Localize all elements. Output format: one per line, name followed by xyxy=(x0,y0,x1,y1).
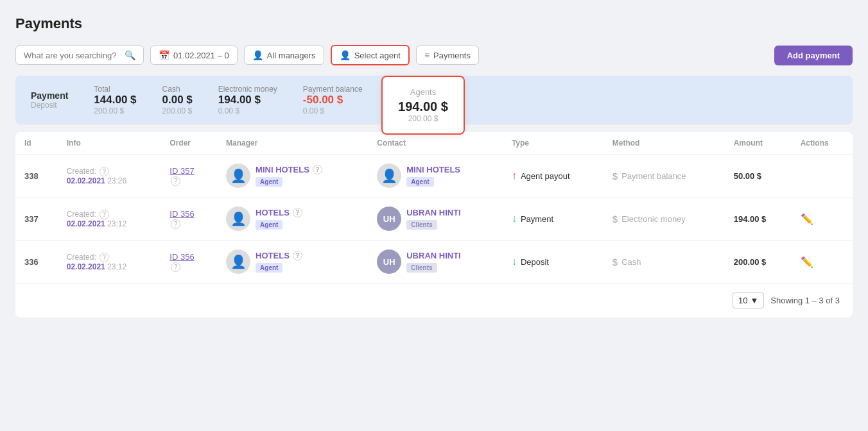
date-filter-label: 01.02.2021 – 0 xyxy=(173,51,229,60)
pagination: 10 ▼ Showing 1 – 3 of 3 xyxy=(15,283,853,317)
type-label: Payment xyxy=(521,214,553,224)
agent-filter-label: Select agent xyxy=(354,51,401,60)
cell-id: 337 xyxy=(15,198,58,241)
manager-badge: Agent xyxy=(256,177,282,187)
summary-balance-label: Payment balance xyxy=(303,85,363,94)
contact-badge: Agent xyxy=(406,177,433,187)
edit-icon[interactable]: ✏️ xyxy=(801,214,813,224)
cell-type: ↓ Payment xyxy=(503,198,603,241)
cell-method: $ Payment balance xyxy=(603,155,725,198)
method-label: Payment balance xyxy=(621,171,686,181)
summary-balance-value: -50.00 $ xyxy=(303,94,363,106)
order-link[interactable]: ID 357 xyxy=(169,166,208,176)
manager-question-icon[interactable]: ? xyxy=(293,208,302,217)
info-question-icon[interactable]: ? xyxy=(100,210,109,219)
dollar-icon: $ xyxy=(612,214,618,224)
summary-total-label: Total xyxy=(94,85,136,94)
search-box[interactable]: 🔍 xyxy=(15,46,144,65)
summary-cash-label: Cash xyxy=(162,85,193,94)
avatar: UH xyxy=(377,249,401,274)
dollar-icon: $ xyxy=(612,171,618,182)
contact-name: UBRAN HINTI xyxy=(406,208,461,217)
manager-name: MINI HOTELS ? xyxy=(256,165,322,174)
cell-method: $ Electronic money xyxy=(603,198,725,241)
contact-badge: Clients xyxy=(406,263,437,273)
add-payment-button[interactable]: Add payment xyxy=(774,46,853,65)
pagination-info: Showing 1 – 3 of 3 xyxy=(770,296,840,305)
type-label: Deposit xyxy=(521,257,549,267)
cell-amount: 50.00 $ xyxy=(725,155,792,198)
list-icon: ≡ xyxy=(424,50,430,60)
order-question-icon[interactable]: ? xyxy=(171,262,180,272)
cell-actions: ✏️ xyxy=(792,198,853,241)
manager-name: HOTELS ? xyxy=(256,208,302,217)
col-amount: Amount xyxy=(725,132,792,155)
summary-bar: Payment Deposit Total 144.00 $ 200.00 $ … xyxy=(15,76,853,124)
cell-contact: 👤 MINI HOTELS Agent xyxy=(368,155,503,198)
agents-dropdown-value: 194.00 $ xyxy=(398,99,448,114)
cell-info: Created: ? 02.02.2021 23:12 xyxy=(58,241,161,283)
per-page-value: 10 xyxy=(738,296,747,305)
search-input[interactable] xyxy=(24,51,122,60)
per-page-select[interactable]: 10 ▼ xyxy=(733,292,764,308)
manager-question-icon[interactable]: ? xyxy=(313,165,322,174)
search-icon: 🔍 xyxy=(125,50,135,60)
info-question-icon[interactable]: ? xyxy=(100,167,109,176)
date-filter-button[interactable]: 📅 01.02.2021 – 0 xyxy=(150,46,238,65)
cell-actions: ✏️ xyxy=(792,241,853,283)
table-row: 337 Created: ? 02.02.2021 23:12 ID 356 ?… xyxy=(15,198,853,241)
arrow-down-icon: ↓ xyxy=(512,213,517,224)
managers-filter-label: All managers xyxy=(267,51,316,60)
cell-manager: 👤 MINI HOTELS ? Agent xyxy=(217,155,368,198)
avatar: UH xyxy=(377,207,401,231)
cell-info: Created: ? 02.02.2021 23:12 xyxy=(58,198,161,241)
cell-info: Created: ? 02.02.2021 23:26 xyxy=(58,155,161,198)
payments-table-container: Id Info Order Manager Contact Type Metho… xyxy=(15,132,853,317)
cell-contact: UH UBRAN HINTI Clients xyxy=(368,198,503,241)
manager-badge: Agent xyxy=(256,220,282,230)
calendar-icon: 📅 xyxy=(159,50,169,60)
manager-badge: Agent xyxy=(256,263,282,273)
managers-filter-button[interactable]: 👤 All managers xyxy=(244,46,324,65)
summary-payment-label: Payment xyxy=(31,90,68,101)
per-page-chevron-icon: ▼ xyxy=(750,296,758,305)
type-label: Agent payout xyxy=(521,171,570,181)
manager-question-icon[interactable]: ? xyxy=(293,251,302,260)
cell-manager: 👤 HOTELS ? Agent xyxy=(217,241,368,283)
cell-type: ↑ Agent payout xyxy=(503,155,603,198)
agents-dropdown: Agents 194.00 $ 200.00 $ xyxy=(381,76,465,135)
summary-electronic: Electronic money 194.00 $ 0.00 $ xyxy=(218,85,277,115)
summary-payment: Payment Deposit xyxy=(31,90,68,110)
info-question-icon[interactable]: ? xyxy=(100,253,109,262)
summary-electronic-value: 194.00 $ xyxy=(218,94,277,106)
order-question-icon[interactable]: ? xyxy=(171,176,180,186)
summary-total-sub: 200.00 $ xyxy=(94,106,136,115)
manager-avatar: 👤 xyxy=(226,207,250,231)
summary-electronic-sub: 0.00 $ xyxy=(218,106,277,115)
manager-avatar: 👤 xyxy=(226,164,250,188)
order-link[interactable]: ID 356 xyxy=(169,209,208,219)
agents-dropdown-sub: 200.00 $ xyxy=(398,114,448,123)
cell-order: ID 356 ? xyxy=(161,198,217,241)
contact-badge: Clients xyxy=(406,220,437,230)
payments-filter-button[interactable]: ≡ Payments xyxy=(416,46,479,65)
cell-method: $ Cash xyxy=(603,241,725,283)
agent-filter-button[interactable]: 👤 Select agent xyxy=(331,45,410,65)
payments-filter-label: Payments xyxy=(433,51,471,60)
arrow-up-icon: ↑ xyxy=(512,170,517,182)
manager-name: HOTELS ? xyxy=(256,251,302,260)
agents-dropdown-label: Agents xyxy=(398,87,448,97)
manager-avatar: 👤 xyxy=(226,249,250,274)
summary-total-value: 144.00 $ xyxy=(94,94,136,106)
order-link[interactable]: ID 356 xyxy=(169,252,208,262)
col-order: Order xyxy=(161,132,217,155)
cell-actions xyxy=(792,155,853,198)
arrow-down-icon: ↓ xyxy=(512,256,517,267)
avatar: 👤 xyxy=(377,164,401,188)
summary-deposit-label: Deposit xyxy=(31,101,68,110)
order-question-icon[interactable]: ? xyxy=(171,219,180,229)
edit-icon[interactable]: ✏️ xyxy=(801,257,813,267)
table-row: 336 Created: ? 02.02.2021 23:12 ID 356 ?… xyxy=(15,241,853,283)
cell-id: 338 xyxy=(15,155,58,198)
contact-name: UBRAN HINTI xyxy=(406,251,461,260)
